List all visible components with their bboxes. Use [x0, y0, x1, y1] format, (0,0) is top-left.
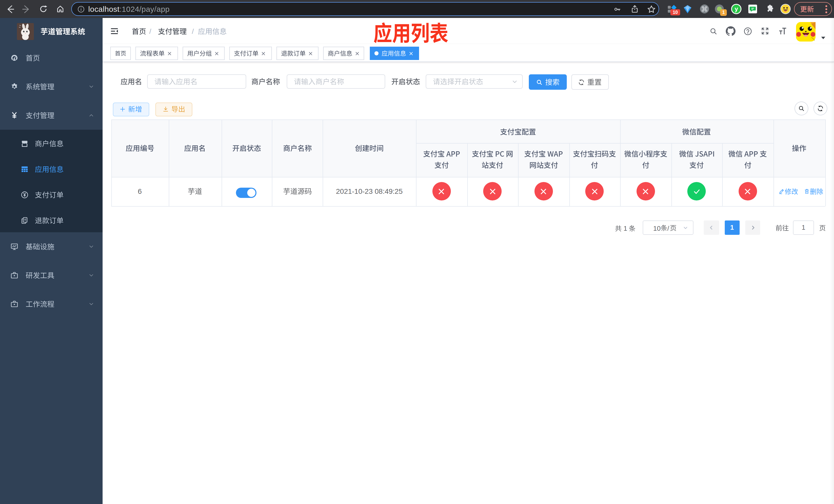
svg-text:y: y [734, 6, 738, 12]
